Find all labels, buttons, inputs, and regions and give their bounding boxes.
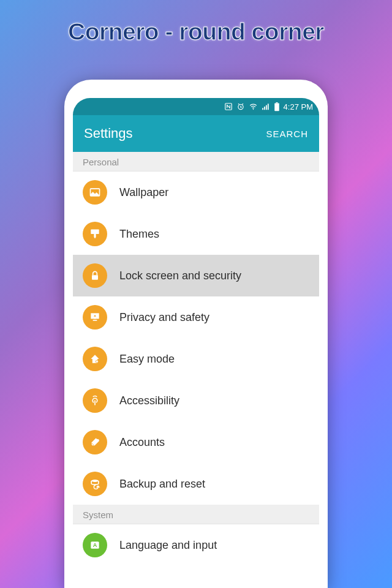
section-header-personal: Personal bbox=[73, 152, 319, 172]
svg-rect-6 bbox=[267, 104, 268, 110]
item-accessibility[interactable]: Accessibility bbox=[73, 380, 319, 421]
item-label: Wallpaper bbox=[119, 186, 168, 199]
promo-title: Cornero - round corner bbox=[0, 18, 392, 45]
svg-rect-8 bbox=[274, 103, 279, 111]
item-lock-screen-security[interactable]: Lock screen and security bbox=[73, 255, 319, 296]
language-icon: A bbox=[83, 533, 107, 557]
item-label: Privacy and safety bbox=[119, 311, 209, 324]
svg-rect-10 bbox=[91, 230, 99, 235]
accounts-icon bbox=[83, 430, 107, 454]
phone-screen: 4:27 PM Settings SEARCH Personal Wallpap… bbox=[73, 98, 319, 588]
svg-rect-5 bbox=[266, 105, 267, 110]
item-accounts[interactable]: Accounts bbox=[73, 421, 319, 463]
item-wallpaper[interactable]: Wallpaper bbox=[73, 172, 319, 213]
settings-list[interactable]: Personal Wallpaper Themes Lock screen an… bbox=[73, 152, 319, 588]
item-backup-reset[interactable]: Backup and reset bbox=[73, 463, 319, 505]
item-label: Easy mode bbox=[119, 353, 175, 366]
signal-icon bbox=[262, 102, 270, 111]
item-label: Accessibility bbox=[119, 394, 179, 407]
wifi-icon bbox=[249, 102, 258, 111]
item-privacy-safety[interactable]: Privacy and safety bbox=[73, 296, 319, 338]
svg-rect-11 bbox=[92, 275, 98, 280]
status-bar: 4:27 PM bbox=[73, 98, 319, 115]
backup-icon bbox=[83, 472, 107, 496]
svg-text:A: A bbox=[93, 542, 97, 548]
item-label: Themes bbox=[119, 228, 159, 241]
svg-rect-7 bbox=[276, 102, 277, 104]
item-label: Lock screen and security bbox=[119, 270, 241, 282]
svg-point-15 bbox=[91, 480, 99, 482]
item-label: Backup and reset bbox=[119, 478, 205, 491]
themes-icon bbox=[83, 222, 107, 246]
privacy-icon bbox=[83, 305, 107, 330]
app-bar-title: Settings bbox=[84, 126, 133, 141]
alarm-icon bbox=[236, 102, 245, 111]
svg-point-2 bbox=[252, 109, 254, 110]
svg-point-14 bbox=[96, 360, 98, 363]
item-easy-mode[interactable]: Easy mode bbox=[73, 338, 319, 380]
app-bar: Settings SEARCH bbox=[73, 115, 319, 152]
wallpaper-icon bbox=[83, 180, 107, 205]
svg-rect-13 bbox=[93, 320, 97, 321]
phone-frame: 4:27 PM Settings SEARCH Personal Wallpap… bbox=[64, 80, 328, 588]
item-label: Language and input bbox=[119, 539, 217, 552]
status-time: 4:27 PM bbox=[284, 102, 313, 111]
search-button[interactable]: SEARCH bbox=[266, 129, 308, 139]
svg-rect-12 bbox=[94, 317, 96, 318]
lock-icon bbox=[83, 263, 107, 288]
item-label: Accounts bbox=[119, 436, 165, 449]
section-header-system: System bbox=[73, 505, 319, 524]
nfc-icon bbox=[224, 102, 233, 111]
battery-icon bbox=[274, 102, 280, 111]
svg-rect-3 bbox=[262, 108, 263, 110]
item-themes[interactable]: Themes bbox=[73, 213, 319, 255]
svg-rect-4 bbox=[264, 107, 265, 110]
easy-mode-icon bbox=[83, 347, 107, 371]
accessibility-icon bbox=[83, 388, 107, 413]
item-language-input[interactable]: A Language and input bbox=[73, 524, 319, 566]
